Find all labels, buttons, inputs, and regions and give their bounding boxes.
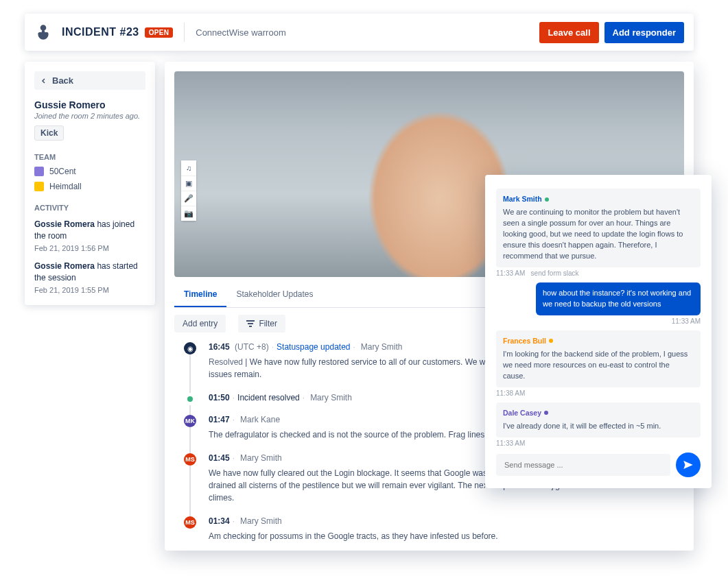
chat-bubble-out: how about the instance? it's not working… bbox=[536, 282, 701, 315]
chat-panel: Mark Smith We are continuing to monitor … bbox=[485, 175, 712, 488]
status-badge: OPEN bbox=[145, 27, 174, 38]
incident-title: INCIDENT #23 bbox=[62, 26, 139, 38]
add-responder-button[interactable]: Add responder bbox=[604, 22, 684, 43]
back-label: Back bbox=[52, 75, 73, 86]
chat-bubble-in: Frances Bull I'm looking for the backend… bbox=[496, 330, 701, 387]
chat-composer bbox=[496, 453, 701, 477]
chat-message: Mark Smith We are continuing to monitor … bbox=[496, 189, 701, 277]
team-row[interactable]: 50Cent bbox=[34, 167, 145, 176]
chat-message: how about the instance? it's not working… bbox=[496, 282, 701, 325]
chat-message: Dale Casey I've already done it, it will… bbox=[496, 402, 701, 447]
tab-timeline[interactable]: Timeline bbox=[174, 282, 226, 307]
team-color-swatch bbox=[34, 167, 44, 176]
filter-icon bbox=[246, 320, 255, 327]
screenshare-icon[interactable]: ▣ bbox=[181, 176, 196, 191]
chat-bubble-in: Dale Casey I've already done it, it will… bbox=[496, 402, 701, 437]
activity-section-label: ACTIVITY bbox=[34, 204, 145, 212]
arrow-left-icon bbox=[40, 77, 48, 85]
room-subtitle: ConnectWise warroom bbox=[196, 27, 286, 38]
team-section-label: TEAM bbox=[34, 153, 145, 161]
mic-mute-icon[interactable]: 🎤 bbox=[181, 191, 196, 206]
chat-message: Frances Bull I'm looking for the backend… bbox=[496, 330, 701, 397]
person-joined-sub: Joined the room 2 minutes ago. bbox=[34, 112, 145, 120]
status-dot-icon bbox=[184, 393, 196, 405]
timeline-entry: MS01:34·Mary SmithAm checking for possum… bbox=[183, 516, 684, 551]
filter-button[interactable]: Filter bbox=[238, 315, 285, 333]
camera-off-icon[interactable]: 📷 bbox=[181, 206, 196, 221]
kick-button[interactable]: Kick bbox=[34, 125, 64, 141]
camera-controls: ♫ ▣ 🎤 📷 bbox=[181, 160, 196, 221]
chat-time: 11:33 AM send form slack bbox=[496, 269, 701, 277]
leave-call-button[interactable]: Leave call bbox=[539, 22, 598, 43]
avatar-icon: MK bbox=[184, 415, 196, 427]
add-entry-button[interactable]: Add entry bbox=[174, 315, 226, 333]
team-name: Heimdall bbox=[49, 182, 82, 191]
chat-time: 11:33 AM bbox=[496, 317, 701, 325]
activity-item: Gossie Romera has joined the roomFeb 21,… bbox=[34, 219, 145, 254]
header-bar: INCIDENT #23 OPEN ConnectWise warroom Le… bbox=[25, 14, 694, 51]
sidebar: Back Gussie Romero Joined the room 2 min… bbox=[25, 62, 155, 305]
chat-time: 11:38 AM bbox=[496, 389, 701, 397]
avatar-icon: MS bbox=[184, 516, 196, 529]
chat-bubble-in: Mark Smith We are continuing to monitor … bbox=[496, 189, 701, 267]
send-button[interactable] bbox=[676, 453, 701, 477]
app-logo-icon bbox=[34, 23, 52, 41]
filter-label: Filter bbox=[259, 319, 277, 328]
broadcast-icon: ◉ bbox=[184, 342, 196, 354]
team-color-swatch bbox=[34, 182, 44, 191]
header-divider bbox=[184, 23, 185, 42]
team-row[interactable]: Heimdall bbox=[34, 182, 145, 191]
music-icon[interactable]: ♫ bbox=[181, 160, 196, 176]
back-button[interactable]: Back bbox=[34, 71, 145, 90]
send-icon bbox=[682, 459, 694, 471]
tab-stakeholder-updates[interactable]: Stakeholder Updates bbox=[226, 282, 322, 307]
person-name: Gussie Romero bbox=[34, 99, 145, 110]
avatar-icon: MS bbox=[184, 453, 196, 466]
chat-input[interactable] bbox=[496, 454, 670, 476]
chat-time: 11:33 AM bbox=[496, 439, 701, 447]
team-name: 50Cent bbox=[49, 167, 76, 176]
activity-item: Gossie Romera has started the sessionFeb… bbox=[34, 261, 145, 296]
